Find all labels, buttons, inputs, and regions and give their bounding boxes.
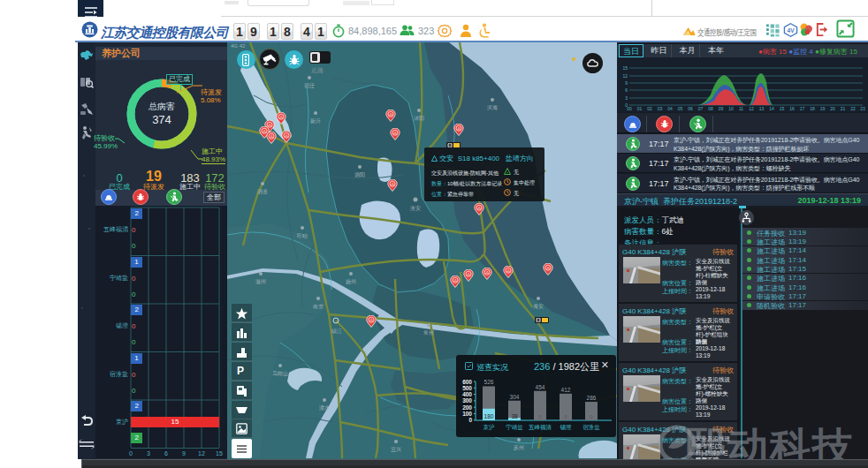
svg-text:526: 526 (484, 379, 494, 385)
svg-text:⚠: ⚠ (457, 126, 461, 131)
svg-text:锡澄: 锡澄 (560, 424, 573, 431)
svg-text:⚠: ⚠ (389, 112, 392, 117)
svg-text:溧水: 溧水 (319, 405, 330, 411)
svg-text:⚠: ⚠ (369, 318, 373, 322)
svg-text:15: 15 (780, 106, 785, 111)
svg-text:454: 454 (536, 384, 545, 390)
svg-text:20: 20 (830, 106, 835, 111)
svg-text:412: 412 (561, 387, 571, 393)
svg-text:19: 19 (820, 106, 826, 111)
svg-text:五峰福清: 五峰福清 (529, 424, 552, 431)
svg-text:286: 286 (587, 395, 597, 401)
svg-text:12: 12 (622, 73, 628, 79)
svg-text:⚠: ⚠ (393, 131, 397, 135)
svg-text:400: 400 (462, 391, 472, 397)
svg-text:23: 23 (860, 106, 865, 111)
svg-text:05: 05 (678, 106, 683, 111)
svg-text:0: 0 (468, 417, 472, 423)
svg-text:沭阳: 沭阳 (414, 116, 424, 122)
svg-text:⚠: ⚠ (477, 206, 481, 210)
svg-text:09: 09 (719, 106, 724, 111)
svg-text:⚠: ⚠ (285, 133, 288, 138)
svg-text:300: 300 (462, 397, 472, 404)
svg-text:⚠: ⚠ (506, 268, 510, 273)
svg-text:常州: 常州 (423, 330, 434, 336)
svg-text:21: 21 (841, 106, 846, 111)
svg-text:14: 14 (769, 106, 774, 111)
svg-text:16: 16 (789, 106, 795, 111)
svg-text:04: 04 (667, 106, 673, 111)
svg-text:38: 38 (511, 413, 518, 419)
svg-text:100: 100 (462, 411, 472, 417)
svg-text:马鞍山: 马鞍山 (272, 371, 288, 376)
svg-text:⚠: ⚠ (279, 115, 283, 119)
svg-text:宿迁: 宿迁 (304, 82, 315, 89)
svg-text:盱眙: 盱眙 (297, 233, 308, 239)
svg-text:京沪: 京沪 (483, 424, 495, 431)
svg-text:13: 13 (759, 106, 765, 111)
svg-text:6: 6 (625, 87, 628, 93)
svg-text:宿淮盐: 宿淮盐 (582, 424, 600, 431)
svg-text:淮安: 淮安 (410, 205, 421, 211)
svg-text:泗阳: 泗阳 (354, 172, 365, 178)
svg-text:18: 18 (810, 106, 815, 111)
svg-text:宜兴: 宜兴 (391, 446, 401, 452)
svg-text:15: 15 (622, 65, 628, 71)
svg-text:⚠: ⚠ (467, 272, 470, 276)
svg-text:新沂: 新沂 (310, 117, 321, 124)
svg-text:滨海: 滨海 (487, 104, 498, 110)
svg-text:02: 02 (647, 106, 652, 111)
svg-text:⚠: ⚠ (270, 134, 273, 139)
svg-text:12: 12 (749, 106, 754, 111)
svg-text:600: 600 (462, 379, 472, 385)
svg-text:11: 11 (739, 106, 743, 111)
svg-text:01: 01 (637, 106, 643, 111)
svg-text:宁靖盐: 宁靖盐 (506, 424, 523, 430)
svg-text:扬州: 扬州 (346, 279, 356, 285)
svg-text:3: 3 (625, 95, 628, 101)
svg-text:4V: 4V (787, 27, 795, 34)
svg-text:03: 03 (658, 106, 663, 111)
svg-text:08: 08 (708, 106, 713, 111)
svg-text:06: 06 (688, 106, 693, 111)
svg-text:304: 304 (510, 394, 520, 400)
svg-text:⚠: ⚠ (485, 270, 489, 275)
svg-text:500: 500 (462, 385, 472, 391)
svg-text:⚠: ⚠ (546, 266, 550, 270)
svg-text:镇江: 镇江 (331, 328, 342, 334)
svg-text:海安: 海安 (533, 303, 544, 309)
svg-text:180: 180 (484, 413, 494, 419)
svg-text:9: 9 (625, 80, 628, 86)
svg-text:⚠: ⚠ (391, 182, 394, 186)
svg-text:10: 10 (728, 106, 734, 111)
svg-text:苏州: 苏州 (514, 444, 524, 450)
svg-text:南京: 南京 (313, 304, 324, 309)
svg-text:17: 17 (800, 106, 805, 111)
svg-text:07: 07 (698, 106, 704, 111)
svg-text:22: 22 (850, 106, 856, 111)
svg-text:⚠: ⚠ (453, 278, 457, 283)
svg-text:泗县: 泗县 (257, 189, 268, 195)
svg-text:00: 00 (627, 106, 632, 111)
svg-text:200: 200 (462, 404, 472, 411)
svg-text:滁州: 滁州 (255, 279, 266, 284)
